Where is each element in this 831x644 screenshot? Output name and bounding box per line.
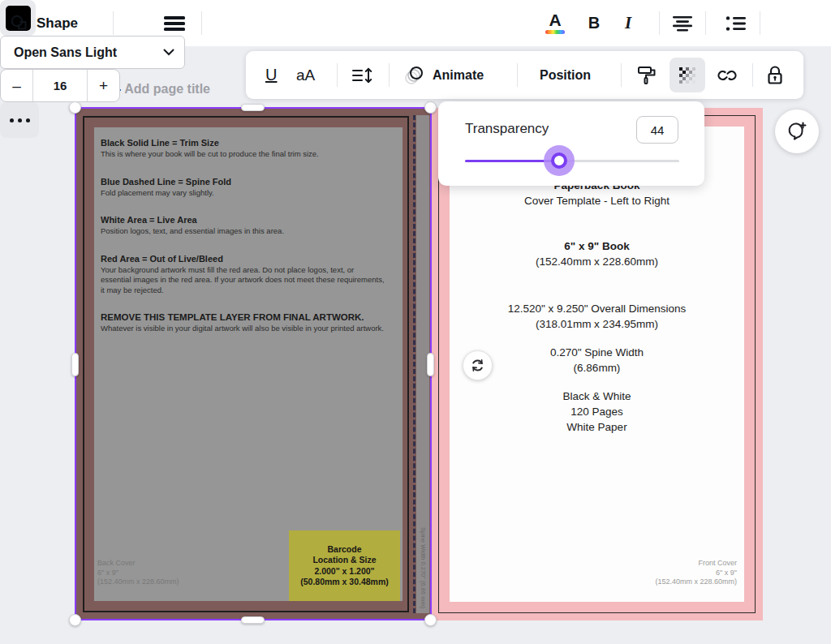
rotate-handle[interactable] (463, 350, 493, 380)
divider (517, 63, 518, 87)
resize-handle-bottom[interactable] (241, 616, 265, 624)
font-family-value: Open Sans Light (14, 45, 163, 60)
align-center-icon (672, 15, 693, 32)
spacing-icon (351, 67, 372, 84)
shape-label: Shape (37, 15, 78, 32)
canva-editor: Shape Open Sans Light – 16 + (0, 0, 831, 644)
lock-button[interactable] (765, 51, 785, 99)
list-button[interactable] (717, 0, 755, 46)
chain-link-icon (715, 67, 739, 84)
text-options-toolbar: U aA Animate Position (246, 51, 803, 99)
paint-roller-icon (637, 65, 658, 86)
divider (389, 63, 390, 87)
animate-icon (403, 66, 426, 85)
transparency-slider[interactable] (465, 150, 679, 171)
underline-button[interactable]: U (265, 51, 277, 99)
print-spec-block: Black & White 120 Pages White Paper (450, 389, 744, 435)
divider (113, 11, 114, 35)
bulleted-list-icon (726, 15, 747, 32)
resize-handle-top[interactable] (241, 104, 265, 111)
book-size-block: 6" x 9" Book (152.40mm x 228.60mm) (450, 238, 744, 269)
resize-handle-top-right[interactable] (424, 101, 437, 114)
divider (705, 11, 706, 35)
overall-dimensions-block: 12.520" x 9.250" Overall Dimensions (318… (450, 301, 744, 332)
slider-thumb[interactable] (551, 152, 567, 169)
font-size-value[interactable]: 16 (33, 70, 87, 101)
animate-button[interactable]: Animate (403, 51, 484, 99)
link-button[interactable] (715, 51, 739, 99)
padlock-icon (765, 65, 785, 86)
transparency-button[interactable] (670, 58, 705, 92)
divider (201, 11, 202, 35)
spine-width-block: 0.270" Spine Width (6.86mm) (450, 345, 744, 376)
letter-spacing-button[interactable] (351, 51, 372, 99)
resize-handle-bottom-left[interactable] (69, 614, 81, 626)
divider (659, 11, 660, 35)
checkerboard-icon (679, 67, 695, 84)
animate-label: Animate (433, 68, 484, 83)
position-button[interactable]: Position (540, 51, 591, 99)
font-size-decrease-button[interactable]: – (1, 70, 33, 101)
selection-box[interactable] (75, 107, 432, 620)
text-align-button[interactable] (665, 0, 700, 46)
font-size-increase-button[interactable]: + (87, 70, 119, 101)
shape-icon (10, 14, 29, 33)
shape-button[interactable]: Shape (10, 0, 78, 46)
divider (621, 63, 622, 87)
italic-button[interactable]: I (614, 0, 643, 46)
add-comment-button[interactable] (775, 109, 819, 153)
front-cover-size-label: Front Cover 6" x 9" (152.40mm x 228.60mm… (655, 559, 737, 587)
font-size-stepper: – 16 + (0, 69, 120, 102)
text-color-button[interactable]: A (537, 0, 573, 46)
resize-handle-bottom-right[interactable] (424, 614, 437, 626)
comment-plus-icon (786, 121, 807, 142)
rotate-arrows-icon (470, 358, 485, 373)
more-options-button[interactable] (0, 102, 39, 138)
transparency-label: Transparency (465, 121, 549, 137)
resize-handle-right[interactable] (427, 353, 434, 376)
lines-icon (163, 15, 186, 32)
page-title-placeholder[interactable]: Add page title (124, 82, 210, 96)
divider (337, 63, 338, 87)
rainbow-bar-icon (545, 30, 565, 34)
transparency-value-input[interactable]: 44 (636, 116, 678, 144)
top-toolbar: Shape Open Sans Light – 16 + (0, 0, 831, 46)
resize-handle-left[interactable] (71, 353, 79, 376)
chevron-down-icon (163, 49, 174, 56)
transparency-popover: Transparency 44 (438, 101, 704, 186)
resize-handle-top-left[interactable] (69, 101, 81, 114)
bold-button[interactable]: B (578, 0, 610, 46)
ellipsis-icon (10, 118, 14, 122)
border-style-button[interactable] (163, 0, 186, 46)
uppercase-button[interactable]: aA (296, 51, 315, 99)
divider (760, 11, 760, 35)
front-cover-live-area: Paperback Book Cover Template - Left to … (450, 127, 744, 602)
copy-style-button[interactable] (637, 51, 658, 99)
divider (752, 63, 753, 87)
text-color-letter: A (549, 12, 561, 28)
